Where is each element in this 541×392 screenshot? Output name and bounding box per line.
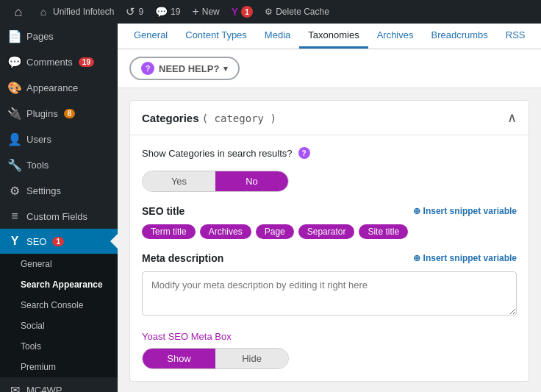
sidebar-item-custom-fields[interactable]: ≡ Custom Fields: [0, 204, 118, 229]
sidebar-item-label: Settings: [26, 185, 61, 196]
seo-sub-tools[interactable]: Tools: [0, 336, 118, 357]
admin-bar: ⌂ ⌂ Unified Infotech ↺ 9 💬 19 + New Y 1 …: [0, 0, 541, 24]
section-title: Categories ( category ): [142, 112, 276, 124]
sidebar-item-pages[interactable]: 📄 Pages: [0, 24, 118, 49]
section-body: Show Categories in search results? ? Yes…: [130, 135, 529, 381]
meta-description-label: Meta description ⊕ Insert snippet variab…: [142, 252, 517, 264]
users-icon: 👤: [7, 132, 22, 146]
tabs-bar: General Content Types Media Taxonomies A…: [118, 24, 541, 49]
meta-description-input[interactable]: [142, 271, 517, 316]
snippet-tags: Term title Archives Page Separator Site …: [142, 224, 517, 239]
admin-bar-wp-logo[interactable]: ⌂: [6, 0, 31, 24]
comments-icon: 💬: [155, 6, 168, 18]
yes-button[interactable]: Yes: [143, 171, 215, 191]
plus-icon: +: [192, 5, 198, 18]
tag-page[interactable]: Page: [256, 224, 294, 239]
updates-icon: ↺: [126, 5, 135, 18]
admin-bar-site-name[interactable]: ⌂ Unified Infotech: [31, 0, 120, 24]
cache-icon: ⚙: [265, 7, 273, 17]
sidebar-item-mc4wp[interactable]: ✉ MC4WP: [0, 377, 118, 392]
tab-media[interactable]: Media: [256, 24, 299, 49]
help-bar: ? NEED HELP? ▾: [118, 49, 541, 88]
tag-archives[interactable]: Archives: [200, 224, 251, 239]
tab-rss[interactable]: RSS: [497, 24, 534, 49]
plugins-icon: 🔌: [7, 107, 22, 121]
tab-content-types[interactable]: Content Types: [176, 24, 256, 49]
seo-arrow: [110, 234, 118, 249]
insert-snippet-meta[interactable]: ⊕ Insert snippet variable: [413, 253, 517, 263]
sidebar-item-settings[interactable]: ⚙ Settings: [0, 178, 118, 204]
tag-separator[interactable]: Separator: [298, 224, 355, 239]
meta-box-section: Yoast SEO Meta Box Show Hide: [142, 331, 517, 369]
tab-breadcrumbs[interactable]: Breadcrumbs: [423, 24, 497, 49]
yes-no-toggle: Yes No: [142, 171, 289, 192]
toggle-row: Show Categories in search results? ?: [142, 147, 517, 159]
comments-badge: 19: [79, 57, 94, 67]
tab-general[interactable]: General: [125, 24, 176, 49]
meta-description-section: Meta description ⊕ Insert snippet variab…: [142, 252, 517, 318]
admin-bar-updates[interactable]: ↺ 9: [120, 0, 149, 24]
seo-sub-search-console[interactable]: Search Console: [0, 295, 118, 316]
sidebar-item-label: Plugins: [26, 108, 58, 119]
seo-sub-general[interactable]: General: [0, 254, 118, 274]
mc4wp-icon: ✉: [7, 383, 22, 392]
admin-bar-yoast[interactable]: Y 1: [226, 0, 259, 24]
help-label: NEED HELP?: [159, 63, 219, 74]
seo-sub-search-appearance[interactable]: Search Appearance: [0, 274, 118, 295]
chevron-down-icon: ▾: [223, 64, 228, 74]
tools-icon: 🔧: [7, 158, 22, 172]
admin-bar-comments[interactable]: 💬 19: [149, 0, 186, 24]
sidebar-item-appearance[interactable]: 🎨 Appearance: [0, 75, 118, 101]
show-button[interactable]: Show: [143, 349, 215, 368]
tab-taxonomies[interactable]: Taxonomies: [299, 24, 368, 49]
sidebar-item-users[interactable]: 👤 Users: [0, 126, 118, 152]
sidebar-item-tools[interactable]: 🔧 Tools: [0, 152, 118, 178]
insert-snippet-seo-title[interactable]: ⊕ Insert snippet variable: [413, 206, 517, 216]
yoast-icon: Y: [232, 6, 238, 18]
sidebar-item-label: Pages: [26, 31, 54, 42]
hide-button[interactable]: Hide: [215, 349, 288, 368]
section-header: Categories ( category ) ∧: [130, 101, 529, 135]
sidebar-item-seo[interactable]: Y SEO 1: [0, 229, 118, 254]
sidebar-item-label: Appearance: [26, 82, 78, 93]
sidebar-item-label: Users: [26, 134, 51, 145]
home-icon: ⌂: [37, 5, 50, 18]
sidebar-item-label: SEO: [26, 236, 46, 247]
pages-icon: 📄: [7, 29, 22, 43]
custom-fields-icon: ≡: [7, 210, 22, 223]
seo-sub-social[interactable]: Social: [0, 316, 118, 336]
yoast-badge: 1: [241, 6, 253, 18]
comments-icon: 💬: [7, 55, 22, 69]
sidebar-item-comments[interactable]: 💬 Comments 19: [0, 49, 118, 75]
tag-term-title[interactable]: Term title: [142, 224, 196, 239]
seo-icon: Y: [7, 235, 22, 248]
toggle-question: Show Categories in search results?: [142, 148, 293, 159]
content-inner: Categories ( category ) ∧ Show Categorie…: [118, 88, 541, 392]
sidebar-item-label: Custom Fields: [26, 211, 87, 222]
show-hide-toggle: Show Hide: [142, 348, 289, 369]
wp-icon: ⌂: [12, 5, 25, 18]
sidebar-item-plugins[interactable]: 🔌 Plugins 8: [0, 101, 118, 126]
help-icon: ?: [141, 62, 154, 75]
seo-submenu: General Search Appearance Search Console…: [0, 254, 118, 377]
seo-title-label: SEO title ⊕ Insert snippet variable: [142, 205, 517, 217]
categories-section: Categories ( category ) ∧ Show Categorie…: [129, 100, 529, 382]
plus-circle-icon: ⊕: [413, 206, 420, 216]
admin-bar-new[interactable]: + New: [186, 0, 225, 24]
sidebar-item-label: MC4WP: [26, 385, 62, 392]
no-button[interactable]: No: [215, 171, 288, 191]
seo-sub-premium[interactable]: Premium: [0, 357, 118, 377]
seo-badge: 1: [52, 237, 64, 246]
collapse-button[interactable]: ∧: [507, 111, 517, 124]
seo-title-section: SEO title ⊕ Insert snippet variable Term…: [142, 205, 517, 239]
admin-bar-delete-cache[interactable]: ⚙ Delete Cache: [259, 0, 335, 24]
tag-site-title[interactable]: Site title: [359, 224, 408, 239]
help-circle-icon[interactable]: ?: [298, 147, 310, 159]
plus-circle-icon: ⊕: [413, 253, 420, 263]
meta-box-label: Yoast SEO Meta Box: [142, 331, 517, 342]
sidebar: 📄 Pages 💬 Comments 19 🎨 Appearance 🔌 Plu…: [0, 24, 118, 392]
sidebar-item-label: Comments: [26, 57, 73, 68]
help-button[interactable]: ? NEED HELP? ▾: [129, 57, 240, 80]
tab-archives[interactable]: Archives: [368, 24, 423, 49]
sidebar-item-label: Tools: [26, 160, 49, 171]
